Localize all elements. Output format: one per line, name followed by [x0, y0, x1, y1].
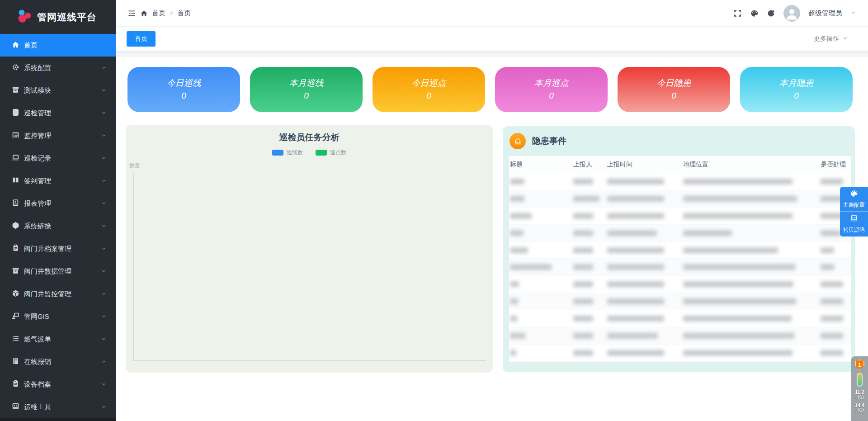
table-row[interactable]	[509, 345, 851, 362]
stat-card-5[interactable]: 本月隐患0	[740, 67, 853, 112]
table-row[interactable]	[509, 225, 851, 242]
sidebar-item-7[interactable]: 报表管理	[0, 192, 116, 215]
stat-card-2[interactable]: 今日巡点0	[373, 67, 485, 112]
sidebar-item-16[interactable]: 运维工具	[0, 396, 116, 418]
user-avatar[interactable]	[783, 5, 800, 22]
device-icon	[12, 380, 19, 389]
sidebar-item-5[interactable]: 巡检记录	[0, 147, 116, 170]
sidebar-item-label: 燃气派单	[24, 335, 51, 344]
chevron-down-icon[interactable]	[850, 9, 856, 17]
redacted-cell	[683, 350, 821, 356]
breadcrumb-separator: >	[170, 9, 173, 17]
redacted-cell	[510, 247, 573, 253]
sidebar-item-8[interactable]: 系统链接	[0, 215, 116, 237]
sidebar-item-3[interactable]: 巡检管理	[0, 102, 116, 124]
redacted-cell	[573, 196, 607, 202]
tab-home[interactable]: 首页	[127, 31, 156, 47]
palette-icon[interactable]	[750, 9, 759, 18]
legend-item-1[interactable]: 巡点数	[316, 149, 346, 156]
more-operations-button[interactable]: 更多操作	[814, 35, 857, 43]
table-row[interactable]	[509, 208, 851, 225]
redacted-cell	[683, 247, 821, 253]
theme-config-button[interactable]: 主题配置	[840, 187, 868, 212]
chevron-down-icon	[101, 177, 107, 185]
user-name[interactable]: 超级管理员	[808, 9, 842, 18]
content-divider	[116, 51, 868, 57]
logo-icon	[17, 9, 33, 26]
table-row[interactable]	[509, 327, 851, 345]
chevron-down-icon	[101, 200, 107, 208]
breadcrumb-root[interactable]: 首页	[152, 9, 165, 18]
network-monitor-widget[interactable]: 1 11.2 ↑ K/s 14.4 ↓ K/s	[851, 356, 868, 421]
stat-card-value: 0	[671, 90, 676, 103]
home-icon[interactable]	[140, 9, 148, 17]
sidebar-item-11[interactable]: 阀门井监控管理	[0, 283, 116, 305]
sidebar-item-10[interactable]: 阀门井数据管理	[0, 260, 116, 283]
sidebar-item-label: 设备档案	[24, 380, 51, 389]
alarm-icon	[509, 133, 526, 149]
sidebar-item-13[interactable]: 燃气派单	[0, 328, 116, 350]
redacted-cell	[821, 316, 849, 322]
table-row[interactable]	[509, 310, 851, 327]
table-row[interactable]	[509, 259, 851, 276]
stat-card-3[interactable]: 本月巡点0	[495, 67, 608, 112]
monitor-icon	[12, 131, 19, 140]
table-header-row: 标题上报人上报时间地理位置是否处理	[509, 156, 851, 173]
redacted-cell	[821, 298, 849, 304]
legend-item-0[interactable]: 巡线数	[272, 149, 303, 156]
chart-legend: 巡线数巡点数	[126, 149, 493, 156]
sidebar-item-6[interactable]: 签到管理	[0, 170, 116, 192]
sidebar-item-0[interactable]: 首页	[0, 34, 116, 57]
hazard-events-panel: 隐患事件 标题上报人上报时间地理位置是否处理	[503, 126, 855, 372]
redacted-cell	[510, 316, 573, 322]
stat-card-label: 本月巡点	[534, 77, 569, 90]
table-row[interactable]	[509, 173, 851, 190]
stat-card-1[interactable]: 本月巡线0	[250, 67, 363, 112]
sidebar-item-14[interactable]: 在线报销	[0, 350, 116, 373]
table-row[interactable]	[509, 190, 851, 208]
book-icon	[12, 176, 19, 185]
sidebar-item-label: 系统配置	[24, 64, 51, 72]
sidebar-item-12[interactable]: 管网GIS	[0, 305, 116, 328]
stat-card-4[interactable]: 今日隐患0	[618, 67, 730, 112]
stat-card-value: 0	[794, 90, 799, 103]
sidebar-item-4[interactable]: 监控管理	[0, 124, 116, 147]
copy-source-button[interactable]: 拷贝源码	[840, 212, 868, 237]
refresh-icon[interactable]	[767, 9, 775, 18]
table-row[interactable]	[509, 276, 851, 293]
fullscreen-icon[interactable]	[733, 9, 742, 18]
sidebar-item-9[interactable]: 阀门井档案管理	[0, 237, 116, 260]
table-body	[509, 173, 851, 362]
sidebar-item-label: 签到管理	[24, 177, 51, 185]
stat-card-0[interactable]: 今日巡线0	[127, 67, 240, 112]
sidebar-item-1[interactable]: 系统配置	[0, 57, 116, 79]
redacted-cell	[573, 213, 607, 219]
tools-icon	[12, 402, 19, 412]
redacted-cell	[573, 264, 607, 270]
redacted-cell	[510, 230, 573, 236]
sidebar-footer	[0, 418, 116, 421]
redacted-cell	[510, 298, 573, 304]
table-row[interactable]	[509, 242, 851, 259]
stat-card-value: 0	[181, 90, 186, 103]
cube-icon	[12, 222, 19, 231]
laptop-icon	[12, 154, 19, 163]
redacted-cell	[510, 196, 573, 202]
sidebar-menu: 首页 系统配置 测试模块 巡检管理 监控管理 巡检记录 签到管理 报表管理 系统…	[0, 34, 116, 418]
column-header-0: 标题	[510, 161, 573, 169]
gauge-meter	[857, 373, 863, 387]
sidebar-item-label: 测试模块	[24, 86, 51, 95]
chevron-down-icon	[101, 381, 107, 388]
sidebar-item-label: 首页	[24, 41, 38, 50]
gear-icon	[12, 63, 19, 72]
redacted-cell	[573, 333, 607, 339]
sidebar-item-15[interactable]: 设备档案	[0, 373, 116, 396]
chevron-down-icon	[101, 132, 107, 140]
sidebar-item-2[interactable]: 测试模块	[0, 79, 116, 102]
column-header-4: 是否处理	[821, 161, 849, 169]
table-row[interactable]	[509, 293, 851, 310]
task-analysis-chart-panel: 巡检员任务分析 巡线数巡点数 数量	[126, 125, 493, 373]
down-arrow-icon: ↓	[854, 408, 857, 413]
menu-outdent-icon[interactable]	[127, 9, 136, 18]
redacted-cell	[573, 230, 607, 236]
